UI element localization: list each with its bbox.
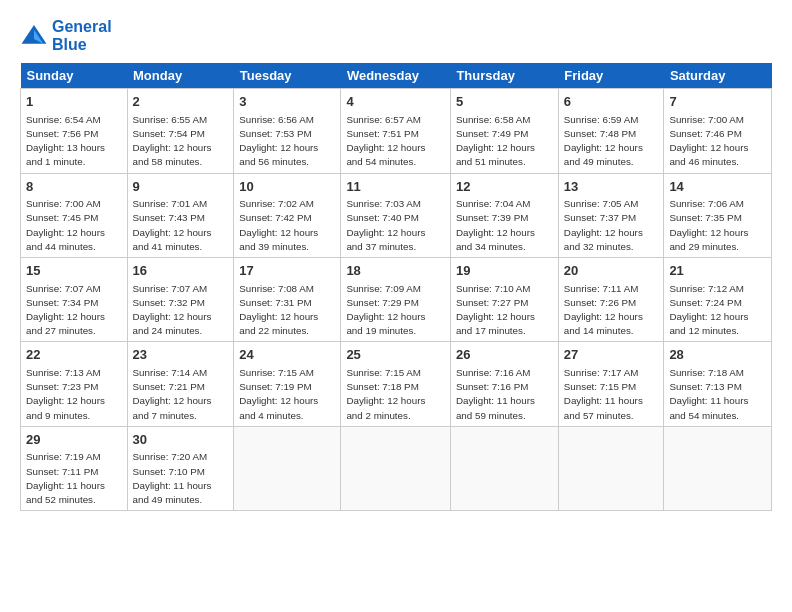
day-sunrise: Sunrise: 7:12 AM: [669, 283, 744, 294]
day-number: 25: [346, 346, 445, 364]
day-daylight-label: Daylight: 12 hoursand 27 minutes.: [26, 311, 105, 336]
table-row: [341, 426, 451, 510]
table-row: [664, 426, 772, 510]
day-number: 11: [346, 178, 445, 196]
day-sunrise: Sunrise: 7:20 AM: [133, 451, 208, 462]
day-daylight-label: Daylight: 12 hoursand 51 minutes.: [456, 142, 535, 167]
day-sunrise: Sunrise: 7:15 AM: [239, 367, 314, 378]
day-daylight-label: Daylight: 11 hoursand 52 minutes.: [26, 480, 105, 505]
table-row: 15 Sunrise: 7:07 AM Sunset: 7:34 PM Dayl…: [21, 258, 128, 342]
day-daylight-label: Daylight: 12 hoursand 44 minutes.: [26, 227, 105, 252]
day-daylight-label: Daylight: 12 hoursand 54 minutes.: [346, 142, 425, 167]
day-number: 26: [456, 346, 553, 364]
day-sunset: Sunset: 7:21 PM: [133, 381, 205, 392]
day-daylight-label: Daylight: 11 hoursand 57 minutes.: [564, 395, 643, 420]
day-number: 13: [564, 178, 659, 196]
col-header-sunday: Sunday: [21, 63, 128, 89]
day-sunrise: Sunrise: 6:57 AM: [346, 114, 421, 125]
day-number: 1: [26, 93, 122, 111]
day-sunset: Sunset: 7:53 PM: [239, 128, 311, 139]
day-number: 3: [239, 93, 335, 111]
col-header-tuesday: Tuesday: [234, 63, 341, 89]
day-sunrise: Sunrise: 6:58 AM: [456, 114, 531, 125]
day-daylight-label: Daylight: 12 hoursand 29 minutes.: [669, 227, 748, 252]
table-row: 25 Sunrise: 7:15 AM Sunset: 7:18 PM Dayl…: [341, 342, 451, 426]
table-row: 19 Sunrise: 7:10 AM Sunset: 7:27 PM Dayl…: [450, 258, 558, 342]
day-daylight-label: Daylight: 12 hoursand 58 minutes.: [133, 142, 212, 167]
day-number: 4: [346, 93, 445, 111]
table-row: [234, 426, 341, 510]
day-daylight-label: Daylight: 12 hoursand 34 minutes.: [456, 227, 535, 252]
day-daylight-label: Daylight: 12 hoursand 17 minutes.: [456, 311, 535, 336]
day-sunrise: Sunrise: 7:03 AM: [346, 198, 421, 209]
day-sunrise: Sunrise: 7:16 AM: [456, 367, 531, 378]
day-sunset: Sunset: 7:49 PM: [456, 128, 528, 139]
day-daylight-label: Daylight: 12 hoursand 12 minutes.: [669, 311, 748, 336]
day-sunset: Sunset: 7:24 PM: [669, 297, 741, 308]
day-sunrise: Sunrise: 6:56 AM: [239, 114, 314, 125]
table-row: 29 Sunrise: 7:19 AM Sunset: 7:11 PM Dayl…: [21, 426, 128, 510]
day-sunset: Sunset: 7:43 PM: [133, 212, 205, 223]
table-row: 2 Sunrise: 6:55 AM Sunset: 7:54 PM Dayli…: [127, 89, 234, 173]
table-row: 18 Sunrise: 7:09 AM Sunset: 7:29 PM Dayl…: [341, 258, 451, 342]
day-sunset: Sunset: 7:46 PM: [669, 128, 741, 139]
day-number: 7: [669, 93, 766, 111]
day-daylight-label: Daylight: 12 hoursand 7 minutes.: [133, 395, 212, 420]
day-number: 17: [239, 262, 335, 280]
day-daylight-label: Daylight: 12 hoursand 41 minutes.: [133, 227, 212, 252]
day-number: 5: [456, 93, 553, 111]
day-daylight-label: Daylight: 12 hoursand 56 minutes.: [239, 142, 318, 167]
day-sunset: Sunset: 7:42 PM: [239, 212, 311, 223]
day-sunrise: Sunrise: 7:19 AM: [26, 451, 101, 462]
day-sunset: Sunset: 7:35 PM: [669, 212, 741, 223]
day-sunrise: Sunrise: 7:01 AM: [133, 198, 208, 209]
day-sunrise: Sunrise: 7:07 AM: [26, 283, 101, 294]
day-number: 6: [564, 93, 659, 111]
day-sunrise: Sunrise: 7:18 AM: [669, 367, 744, 378]
day-sunset: Sunset: 7:56 PM: [26, 128, 98, 139]
logo-text: General Blue: [52, 18, 112, 53]
day-sunset: Sunset: 7:23 PM: [26, 381, 98, 392]
day-daylight-label: Daylight: 12 hoursand 24 minutes.: [133, 311, 212, 336]
table-row: 10 Sunrise: 7:02 AM Sunset: 7:42 PM Dayl…: [234, 173, 341, 257]
table-row: 16 Sunrise: 7:07 AM Sunset: 7:32 PM Dayl…: [127, 258, 234, 342]
day-sunset: Sunset: 7:11 PM: [26, 466, 98, 477]
day-number: 20: [564, 262, 659, 280]
table-row: 3 Sunrise: 6:56 AM Sunset: 7:53 PM Dayli…: [234, 89, 341, 173]
table-row: 7 Sunrise: 7:00 AM Sunset: 7:46 PM Dayli…: [664, 89, 772, 173]
day-number: 14: [669, 178, 766, 196]
day-sunset: Sunset: 7:31 PM: [239, 297, 311, 308]
day-number: 27: [564, 346, 659, 364]
day-sunrise: Sunrise: 7:05 AM: [564, 198, 639, 209]
day-sunrise: Sunrise: 7:00 AM: [669, 114, 744, 125]
table-row: 9 Sunrise: 7:01 AM Sunset: 7:43 PM Dayli…: [127, 173, 234, 257]
table-row: 28 Sunrise: 7:18 AM Sunset: 7:13 PM Dayl…: [664, 342, 772, 426]
day-number: 8: [26, 178, 122, 196]
logo: General Blue: [20, 18, 112, 53]
day-sunset: Sunset: 7:26 PM: [564, 297, 636, 308]
day-number: 9: [133, 178, 229, 196]
day-sunset: Sunset: 7:16 PM: [456, 381, 528, 392]
table-row: 14 Sunrise: 7:06 AM Sunset: 7:35 PM Dayl…: [664, 173, 772, 257]
table-row: 30 Sunrise: 7:20 AM Sunset: 7:10 PM Dayl…: [127, 426, 234, 510]
day-number: 29: [26, 431, 122, 449]
day-number: 24: [239, 346, 335, 364]
table-row: [558, 426, 664, 510]
table-row: 4 Sunrise: 6:57 AM Sunset: 7:51 PM Dayli…: [341, 89, 451, 173]
day-sunset: Sunset: 7:32 PM: [133, 297, 205, 308]
day-daylight-label: Daylight: 12 hoursand 37 minutes.: [346, 227, 425, 252]
day-number: 12: [456, 178, 553, 196]
day-sunset: Sunset: 7:40 PM: [346, 212, 418, 223]
day-daylight-label: Daylight: 12 hoursand 4 minutes.: [239, 395, 318, 420]
col-header-wednesday: Wednesday: [341, 63, 451, 89]
day-sunset: Sunset: 7:15 PM: [564, 381, 636, 392]
day-sunrise: Sunrise: 7:10 AM: [456, 283, 531, 294]
day-sunrise: Sunrise: 7:00 AM: [26, 198, 101, 209]
day-sunset: Sunset: 7:13 PM: [669, 381, 741, 392]
day-sunrise: Sunrise: 7:13 AM: [26, 367, 101, 378]
day-daylight-label: Daylight: 12 hoursand 39 minutes.: [239, 227, 318, 252]
table-row: 26 Sunrise: 7:16 AM Sunset: 7:16 PM Dayl…: [450, 342, 558, 426]
day-sunrise: Sunrise: 6:54 AM: [26, 114, 101, 125]
table-row: 5 Sunrise: 6:58 AM Sunset: 7:49 PM Dayli…: [450, 89, 558, 173]
col-header-friday: Friday: [558, 63, 664, 89]
